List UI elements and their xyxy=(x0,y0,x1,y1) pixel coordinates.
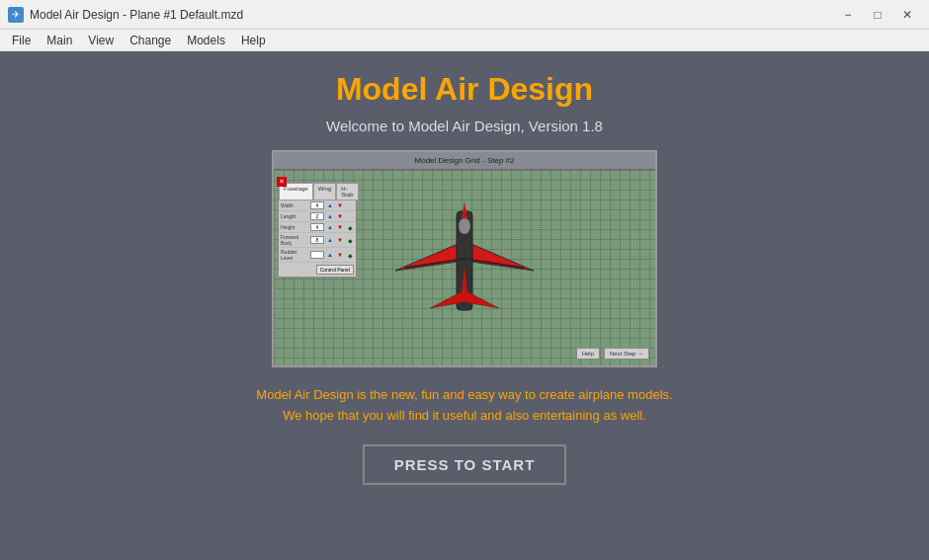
cp-down-length[interactable]: ▼ xyxy=(336,212,344,220)
cp-down-forward[interactable]: ▼ xyxy=(336,236,344,244)
ss-next-button[interactable]: Next Step → xyxy=(604,348,649,360)
menu-file[interactable]: File xyxy=(4,32,39,49)
cp-row-height: Height 4 ▲ ▼ ◆ xyxy=(279,222,356,233)
cp-tabs: Fuselage Wing H-Stab xyxy=(279,183,356,200)
cp-down-rudder[interactable]: ▼ xyxy=(336,251,344,259)
title-bar: ✈ Model Air Design - Plane #1 Default.mz… xyxy=(0,0,929,30)
app-title: Model Air Design xyxy=(336,71,593,108)
ss-title-text: Model Design Grid - Step #2 xyxy=(415,156,515,165)
cp-extra-rudder[interactable]: ◆ xyxy=(346,251,354,259)
menu-help[interactable]: Help xyxy=(233,32,274,49)
cp-label-width: Width xyxy=(281,202,308,208)
screenshot-inner: Model Design Grid - Step #2 6 8 10 12 14… xyxy=(274,152,655,365)
cp-label-rudder: Rudder Lever xyxy=(281,249,308,261)
cp-label-length: Length xyxy=(281,213,308,219)
title-bar-left: ✈ Model Air Design - Plane #1 Default.mz… xyxy=(8,7,243,23)
maximize-button[interactable]: □ xyxy=(864,5,891,25)
ss-titlebar: Model Design Grid - Step #2 xyxy=(274,152,655,170)
description-line1: Model Air Design is the new, fun and eas… xyxy=(256,385,672,406)
cp-input-rudder[interactable] xyxy=(310,251,324,259)
menu-view[interactable]: View xyxy=(80,32,122,49)
svg-point-6 xyxy=(459,218,470,234)
description: Model Air Design is the new, fun and eas… xyxy=(256,385,672,427)
cp-extra-forward[interactable]: ◆ xyxy=(346,236,354,244)
cp-input-forward[interactable]: 8 xyxy=(310,236,324,244)
app-icon: ✈ xyxy=(8,7,24,23)
close-button[interactable]: ✕ xyxy=(893,5,921,25)
menu-models[interactable]: Models xyxy=(179,32,233,49)
ss-help-button[interactable]: Help xyxy=(576,348,600,360)
title-bar-controls: − □ ✕ xyxy=(834,5,921,25)
cp-down-width[interactable]: ▼ xyxy=(336,201,344,209)
cp-row-length: Length 2 ▲ ▼ xyxy=(279,211,356,222)
app-subtitle: Welcome to Model Air Design, Version 1.8 xyxy=(326,118,603,134)
cp-tab-wing[interactable]: Wing xyxy=(313,183,337,200)
cp-bottom: Control Panel xyxy=(279,263,356,277)
control-panel: Fuselage Wing H-Stab Width 4 ▲ ▼ Length … xyxy=(278,182,357,278)
menu-bar: File Main View Change Models Help xyxy=(0,30,929,51)
cp-input-length[interactable]: 2 xyxy=(310,212,324,220)
cp-row-width: Width 4 ▲ ▼ xyxy=(279,200,356,211)
cp-up-forward[interactable]: ▲ xyxy=(326,236,334,244)
cp-row-rudder: Rudder Lever ▲ ▼ ◆ xyxy=(279,248,356,263)
cp-label-height: Height xyxy=(281,224,308,230)
minimize-button[interactable]: − xyxy=(834,5,862,25)
cp-control-panel-btn[interactable]: Control Panel xyxy=(316,265,354,275)
ss-buttons: Help Next Step → xyxy=(576,348,649,360)
cp-extra-height[interactable]: ◆ xyxy=(346,223,354,231)
cp-tab-hstab[interactable]: H-Stab xyxy=(336,183,358,200)
ss-close-button[interactable]: ✕ xyxy=(277,177,287,187)
cp-input-width[interactable]: 4 xyxy=(310,201,324,209)
menu-change[interactable]: Change xyxy=(122,32,179,49)
cp-up-height[interactable]: ▲ xyxy=(326,223,334,231)
main-content: Model Air Design Welcome to Model Air De… xyxy=(0,51,929,560)
cp-label-forward: Forward Body xyxy=(281,234,308,246)
start-button[interactable]: PRESS TO START xyxy=(363,444,567,485)
menu-main[interactable]: Main xyxy=(39,32,80,49)
cp-down-height[interactable]: ▼ xyxy=(336,223,344,231)
cp-row-forward: Forward Body 8 ▲ ▼ ◆ xyxy=(279,233,356,248)
cp-up-length[interactable]: ▲ xyxy=(326,212,334,220)
airplane-svg-area xyxy=(366,182,563,340)
description-line2: We hope that you will find it useful and… xyxy=(256,406,672,427)
cp-up-rudder[interactable]: ▲ xyxy=(326,251,334,259)
cp-input-height[interactable]: 4 xyxy=(310,223,324,231)
screenshot-container: Model Design Grid - Step #2 6 8 10 12 14… xyxy=(272,150,657,367)
cp-up-width[interactable]: ▲ xyxy=(326,201,334,209)
airplane-svg xyxy=(366,182,563,340)
title-bar-title: Model Air Design - Plane #1 Default.mzd xyxy=(30,8,243,22)
